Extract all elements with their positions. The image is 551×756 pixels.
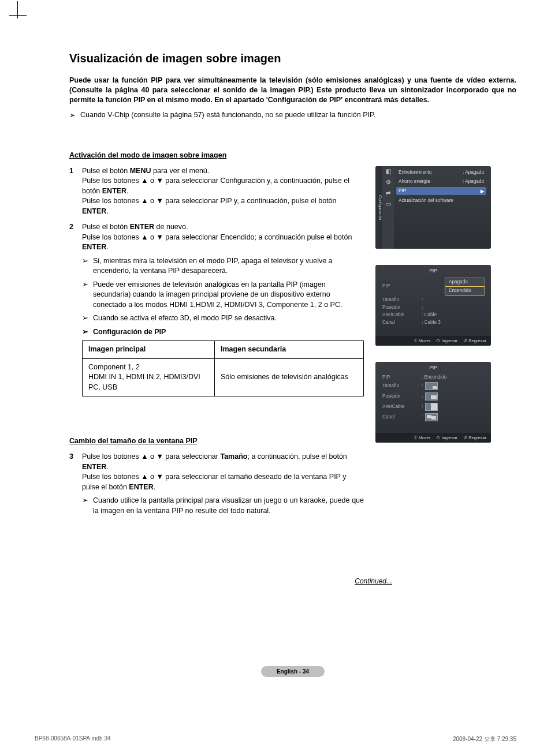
osd1-rows: Entretenimiento: Apagado Ahorro energía:…	[394, 166, 491, 249]
s2-l1c: de nuevo.	[154, 223, 188, 231]
osd3-row-canal: Canal:	[382, 413, 485, 421]
osd3-r1-colon: :	[422, 383, 423, 388]
osd3-r2-l: Posición	[382, 394, 422, 399]
osd3-r4-colon: :	[422, 414, 423, 420]
osd3-r0-l: PIP	[382, 375, 422, 380]
step-3-number: 3	[69, 452, 82, 519]
s3-l2c: .	[154, 483, 155, 491]
s1-l2b: ENTER	[102, 187, 126, 195]
top-note-text: Cuando V-Chip (consulte la página 57) es…	[80, 111, 375, 119]
page-title: Visualización de imagen sobre imagen	[69, 52, 516, 65]
step3-sub1-text: Cuando utilice la pantalla principal par…	[93, 496, 364, 516]
pip-size-big-icon	[425, 392, 438, 401]
osd2-row-canal: Canal: Cable 3	[382, 320, 485, 325]
section-size-title: Cambio del tamaño de la ventana PIP	[69, 437, 364, 445]
osd2-row-posicion: Posición:	[382, 305, 485, 310]
osd1-row-entretenimiento: Entretenimiento: Apagado	[396, 169, 486, 176]
s2-l2c: .	[106, 243, 108, 251]
network-icon: ⇄	[386, 190, 390, 196]
osd2-foot-ingresar: ⊙ Ingresar	[436, 338, 457, 343]
step2-sub4: Configuración de PIP	[82, 327, 364, 338]
s3-l1c: ; a continuación, pulse el botón	[247, 452, 347, 461]
osd2-foot-regresar: ↺ Regresar	[463, 338, 486, 343]
step-1-number: 1	[69, 166, 82, 217]
s1-l3b: ENTER	[82, 207, 106, 215]
osd2-dropdown: Apagado Encendido	[445, 278, 485, 295]
step-2-number: 2	[69, 222, 82, 431]
pip-config-table: Imagen principal Imagen secundaria Compo…	[82, 340, 364, 396]
osd-config-menu: Configuración ◧ ⚙ ⇄ ▭ Entretenimiento: A…	[375, 166, 491, 249]
s3-l1b: Tamaño	[220, 452, 247, 461]
osd2-opt-encendido: Encendido	[445, 286, 485, 295]
osd2-r3-l: Aire/Cable	[382, 312, 422, 317]
osd3-foot-regresar: ↺ Regresar	[463, 435, 486, 440]
osd2-r4-l: Canal	[382, 320, 422, 325]
continued-text: Continued...	[69, 577, 392, 585]
osd2-f0: Mover	[419, 338, 431, 343]
input-icon: ▭	[386, 201, 391, 207]
osd1-r0-v: : Apagado	[463, 170, 484, 175]
osd2-footer: ⇕ Mover ⊙ Ingresar ↺ Regresar	[375, 336, 491, 346]
osd2-r1-l: Tamaño	[382, 297, 422, 302]
osd2-opt-apagado: Apagado	[445, 278, 485, 287]
osd3-r2-colon: :	[422, 394, 423, 399]
s1-l2c: .	[126, 187, 128, 195]
s3-l2: Pulse los botones ▲ o ▼ para seleccionar…	[82, 473, 346, 491]
footer-left: BP68-00658A-01SPA.indb 34	[35, 735, 111, 743]
pip-size-double-icon	[425, 413, 438, 421]
s2-l2: Pulse los botones ▲ o ▼ para seleccionar…	[82, 233, 352, 241]
osd3-foot-mover: ⇕ Mover	[414, 435, 431, 440]
osd3-f1: Ingresar	[442, 435, 458, 440]
step-2: 2 Pulse el botón ENTER de nuevo. Pulse l…	[69, 222, 364, 431]
th-secondary-image: Imagen secundaria	[215, 341, 364, 359]
osd2-f1: Ingresar	[442, 338, 458, 343]
gear-icon: ⚙	[386, 179, 391, 185]
osd3-title: PIP	[375, 362, 491, 372]
s1-l1c: para ver el menú.	[151, 167, 210, 175]
pip-size-half-icon	[425, 403, 438, 411]
osd1-row-ahorro: Ahorro energía: Apagado	[396, 178, 486, 185]
s3-l1d: ENTER	[82, 463, 106, 471]
osd3-row-pip: PIP: Encendido	[382, 375, 485, 380]
osd1-row-software: Actualización del software	[396, 197, 486, 204]
step-1: 1 Pulse el botón MENU para ver el menú. …	[69, 166, 364, 217]
osd1-r3-l: Actualización del software	[399, 198, 453, 203]
section-activation-title: Activación del modo de imagen sobre imag…	[69, 151, 516, 159]
osd2-r2-v: :	[422, 305, 423, 310]
osd3-r0-v: : Encendido	[422, 375, 446, 380]
osd2-title: PIP	[375, 265, 491, 275]
osd2-row-tamano: Tamaño:	[382, 297, 485, 302]
chevron-right-icon: ▶	[481, 188, 484, 194]
step3-sub1: Cuando utilice la pantalla principal par…	[82, 496, 364, 516]
osd3-f2: Regresar	[468, 435, 486, 440]
osd3-r3-l: Aire/Cable	[382, 404, 422, 409]
td-main-image: Component 1, 2 HDMI IN 1, HDMI IN 2, HDM…	[83, 358, 215, 396]
s2-l1a: Pulse el botón	[82, 223, 130, 231]
page-number-badge: English - 34	[261, 666, 325, 677]
osd3-row-aire: Aire/Cable:	[382, 403, 485, 411]
s1-l1a: Pulse el botón	[82, 167, 130, 175]
step2-sub3-text: Cuando se activa el efecto 3D, el modo P…	[93, 313, 277, 324]
osd3-footer: ⇕ Mover ⊙ Ingresar ↺ Regresar	[375, 433, 491, 443]
step2-sub1-text: Si, mientras mira la televisión en el mo…	[93, 256, 364, 276]
osd2-foot-mover: ⇕ Mover	[414, 338, 431, 343]
osd3-r4-l: Canal	[382, 414, 422, 420]
osd3-row-posicion: Posición:	[382, 392, 485, 401]
s2-l2b: ENTER	[82, 243, 106, 251]
osd1-r0-l: Entretenimiento	[399, 170, 431, 175]
osd-pip-dropdown: PIP PIP Apagado Encendido Tamaño: Posici…	[375, 265, 491, 346]
picture-icon: ◧	[386, 169, 391, 174]
pip-size-small-icon	[425, 382, 438, 390]
s3-l1a: Pulse los botones ▲ o ▼ para seleccionar	[82, 452, 220, 461]
s3-l1e: .	[106, 463, 108, 471]
intro-text: Puede usar la función PIP para ver simul…	[69, 76, 516, 105]
s1-l3c: .	[106, 207, 108, 215]
top-arrow-note: Cuando V-Chip (consulte la página 57) es…	[69, 111, 516, 119]
osd2-r1-v: :	[422, 297, 423, 302]
step2-sub3: Cuando se activa el efecto 3D, el modo P…	[82, 313, 364, 324]
osd3-foot-ingresar: ⊙ Ingresar	[436, 435, 457, 440]
step2-sub2: Puede ver emisiones de televisión analóg…	[82, 280, 364, 310]
osd2-r2-l: Posición	[382, 305, 422, 310]
crop-mark-top-left	[17, 1, 35, 18]
osd1-icons: ◧ ⚙ ⇄ ▭	[382, 166, 394, 249]
